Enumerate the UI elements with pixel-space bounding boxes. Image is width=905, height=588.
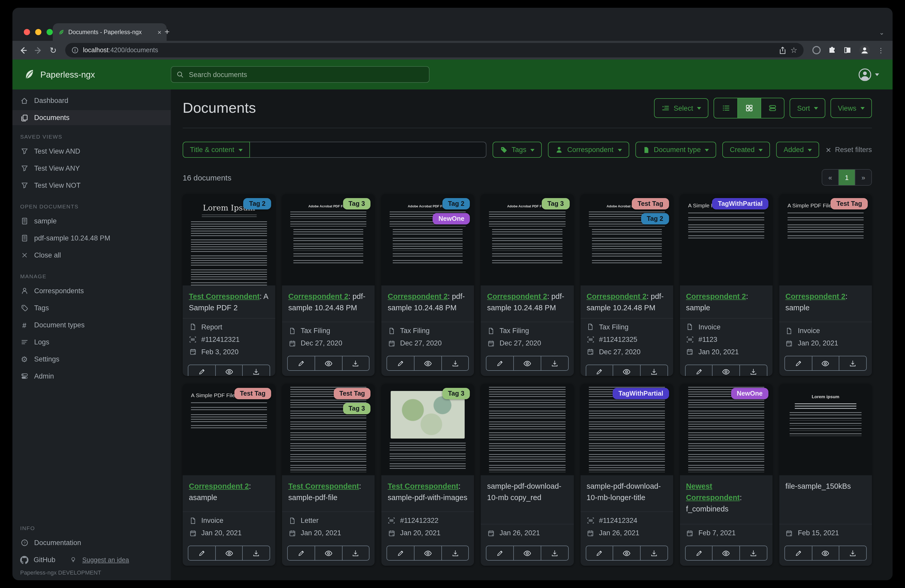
- preview-button[interactable]: [314, 356, 342, 370]
- download-button[interactable]: [243, 365, 270, 376]
- sidebar-item-test-view-and[interactable]: Test View AND: [13, 144, 171, 159]
- document-thumbnail[interactable]: Test TagTag 3: [282, 384, 375, 475]
- detail-view-button[interactable]: [761, 98, 784, 118]
- preview-button[interactable]: [513, 356, 540, 370]
- suggest-idea-link[interactable]: Suggest an idea: [82, 556, 129, 563]
- document-card[interactable]: Adobe Acrobat PDF Files Tag 2NewOne Corr…: [382, 194, 474, 376]
- sidebar-item-test-view-not[interactable]: Test View NOT: [13, 178, 171, 193]
- filter-added-button[interactable]: Added: [776, 142, 819, 158]
- download-button[interactable]: [541, 546, 568, 560]
- sidebar-item-logs[interactable]: Logs: [13, 334, 171, 350]
- document-thumbnail[interactable]: Lorem Ipsum Tag 2: [183, 194, 275, 285]
- download-button[interactable]: [640, 365, 667, 376]
- forward-button[interactable]: [34, 46, 43, 55]
- preview-button[interactable]: [215, 365, 242, 376]
- edit-button[interactable]: [387, 546, 414, 560]
- correspondent-link[interactable]: Correspondent 2: [189, 482, 249, 490]
- tag-badge[interactable]: NewOne: [731, 388, 768, 399]
- download-button[interactable]: [441, 356, 468, 370]
- document-thumbnail[interactable]: Adobe Acrobat PDF Files Tag 3: [282, 194, 375, 285]
- sidebar-item-admin[interactable]: Admin: [13, 369, 171, 384]
- preview-button[interactable]: [811, 546, 839, 560]
- document-card[interactable]: sample-pdf-download-10-mb copy_red Jan 2…: [481, 384, 573, 566]
- document-card[interactable]: Adobe Acrobat PDF Files Tag 3 Correspond…: [481, 194, 573, 376]
- download-button[interactable]: [740, 546, 767, 560]
- document-card[interactable]: Lorem Ipsum Tag 2 Test Correspondent: A …: [183, 194, 275, 376]
- list-view-button[interactable]: [714, 98, 738, 118]
- download-button[interactable]: [342, 546, 369, 560]
- reset-filters-button[interactable]: ✕Reset filters: [826, 142, 872, 158]
- sidebar-item-open-doc-pdf-sample[interactable]: pdf-sample 10.24.48 PM: [13, 231, 171, 246]
- search-input[interactable]: [188, 70, 424, 79]
- pagination-prev-button[interactable]: «: [822, 170, 838, 185]
- sidebar-item-tags[interactable]: Tags: [13, 301, 171, 315]
- preview-button[interactable]: [513, 546, 540, 560]
- tag-badge[interactable]: Tag 3: [343, 403, 370, 414]
- pagination-page-1[interactable]: 1: [838, 170, 855, 185]
- document-thumbnail[interactable]: NewOne: [680, 384, 772, 475]
- download-button[interactable]: [243, 546, 270, 560]
- preview-button[interactable]: [613, 365, 640, 376]
- document-thumbnail[interactable]: TagWithPartial: [580, 384, 673, 475]
- edit-button[interactable]: [487, 546, 513, 560]
- extensions-puzzle-icon[interactable]: [828, 46, 836, 54]
- sidebar-item-documentation[interactable]: ? Documentation: [13, 535, 171, 550]
- title-content-input[interactable]: [250, 142, 486, 158]
- document-card[interactable]: Adobe Acrobat PDF Files Test TagTag 2 Co…: [580, 194, 673, 376]
- document-thumbnail[interactable]: Tag 3: [382, 384, 474, 475]
- correspondent-link[interactable]: Test Correspondent: [388, 482, 459, 490]
- preview-button[interactable]: [613, 546, 640, 560]
- correspondent-link[interactable]: Correspondent 2: [686, 292, 746, 301]
- filter-document-type-button[interactable]: Document type: [635, 142, 716, 158]
- global-search[interactable]: [171, 66, 429, 83]
- filter-created-button[interactable]: Created: [722, 142, 770, 158]
- edit-button[interactable]: [288, 546, 314, 560]
- document-card[interactable]: A Simple PDF File TagWithPartial Corresp…: [680, 194, 772, 376]
- document-thumbnail[interactable]: Adobe Acrobat PDF Files Test TagTag 2: [580, 194, 673, 285]
- tab-search-chevron-icon[interactable]: ⌄: [879, 29, 884, 36]
- tag-badge[interactable]: Tag 2: [442, 198, 470, 209]
- download-button[interactable]: [342, 356, 369, 370]
- correspondent-link[interactable]: Test Correspondent: [288, 482, 359, 490]
- filter-tags-button[interactable]: Tags: [492, 142, 542, 158]
- document-card[interactable]: TagWithPartial sample-pdf-download-10-mb…: [580, 384, 673, 566]
- filter-correspondent-button[interactable]: Correspondent: [548, 142, 629, 158]
- pagination-next-button[interactable]: »: [855, 170, 872, 185]
- password-manager-icon[interactable]: [812, 46, 821, 54]
- share-icon[interactable]: [778, 46, 786, 54]
- minimize-window-button[interactable]: [35, 29, 41, 35]
- select-button[interactable]: Select: [654, 98, 709, 118]
- sidebar-item-dashboard[interactable]: Dashboard: [13, 93, 171, 108]
- document-card[interactable]: Lorem ipsum file-sample_150kBs Feb 15, 2…: [779, 384, 872, 566]
- browser-menu-kebab-icon[interactable]: ⋮: [878, 46, 884, 54]
- document-thumbnail[interactable]: Lorem ipsum: [779, 384, 872, 475]
- browser-tab[interactable]: Documents - Paperless-ngx ×: [53, 23, 167, 41]
- new-tab-button[interactable]: +: [165, 27, 170, 37]
- reload-button[interactable]: ↻: [50, 45, 57, 55]
- filter-field-button[interactable]: Title & content: [183, 142, 250, 158]
- edit-button[interactable]: [586, 365, 613, 376]
- tag-badge[interactable]: TagWithPartial: [613, 388, 669, 399]
- tag-badge[interactable]: Tag 3: [343, 198, 370, 209]
- correspondent-link[interactable]: Correspondent 2: [586, 292, 646, 301]
- download-button[interactable]: [640, 546, 667, 560]
- profile-avatar[interactable]: [859, 44, 870, 56]
- tag-badge[interactable]: Test Tag: [831, 198, 868, 209]
- user-menu[interactable]: [858, 68, 892, 81]
- views-button[interactable]: Views: [830, 98, 872, 118]
- document-card[interactable]: Tag 3 Test Correspondent: sample-pdf-wit…: [382, 384, 474, 566]
- correspondent-link[interactable]: Correspondent 2: [288, 292, 348, 301]
- tag-badge[interactable]: Test Tag: [333, 388, 370, 399]
- app-logo[interactable]: Paperless-ngx: [13, 69, 171, 80]
- address-bar[interactable]: localhost:4200/documents ☆: [65, 43, 803, 57]
- grid-view-button[interactable]: [738, 98, 761, 118]
- sidebar-item-close-all[interactable]: Close all: [13, 248, 171, 263]
- edit-button[interactable]: [586, 546, 613, 560]
- preview-button[interactable]: [414, 546, 441, 560]
- tag-badge[interactable]: Tag 2: [243, 198, 271, 209]
- preview-button[interactable]: [314, 546, 342, 560]
- sidebar-item-correspondents[interactable]: Correspondents: [13, 284, 171, 298]
- correspondent-link[interactable]: Correspondent 2: [487, 292, 547, 301]
- document-card[interactable]: A Simple PDF File Test Tag Correspondent…: [779, 194, 872, 376]
- document-thumbnail[interactable]: A Simple PDF File Test Tag: [183, 384, 275, 475]
